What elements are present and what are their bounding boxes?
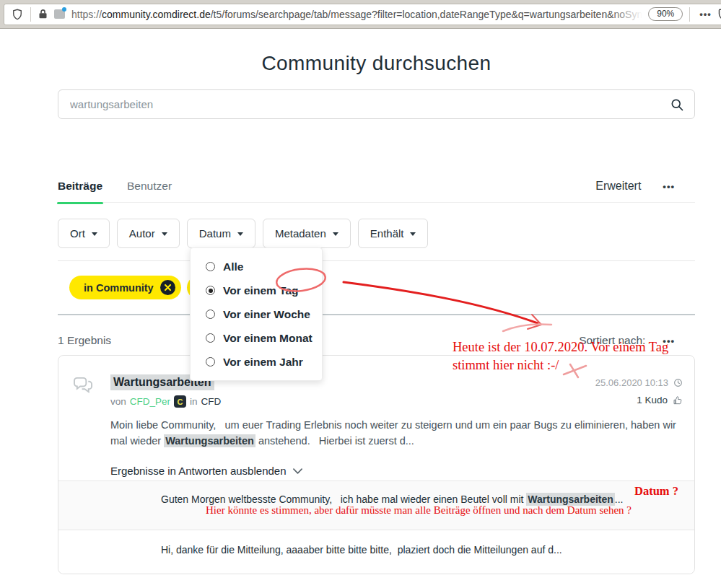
browser-toolbar: https://community.comdirect.de/t5/forums… [0, 0, 721, 29]
advanced-search-link[interactable]: Erweitert [595, 180, 641, 193]
radio-icon[interactable] [206, 310, 215, 319]
search-tabs: Beiträge Benutzer Erweitert ••• [58, 180, 695, 203]
reply-text: Hi, danke für die Mitteilung, aaaaber bi… [161, 544, 562, 556]
reply-row[interactable]: Hi, danke für die Mitteilung, aaaaber bi… [58, 530, 694, 574]
post-kudos[interactable]: 1 Kudo [595, 395, 683, 405]
page-permissions-icon[interactable] [54, 9, 65, 19]
filter-datum-button[interactable]: Datum [187, 219, 255, 248]
option-label: Vor einer Woche [223, 308, 310, 321]
notification-dot [62, 7, 66, 12]
reply-text: Guten Morgen weltbesste Community, ich h… [161, 493, 526, 505]
post-main[interactable]: Wartungsarbeiten von CFD_Per C in CFD Mo… [58, 356, 694, 481]
filter-ort-button[interactable]: Ort [58, 219, 110, 248]
kudos-count: 1 Kudo [637, 395, 668, 405]
search-term-highlight: Wartungsarbeiten [526, 493, 615, 506]
reply-row[interactable]: Guten Morgen weltbesste Community, ich h… [58, 481, 694, 530]
board-link[interactable]: CFD [201, 396, 222, 407]
tabs-more-icon[interactable]: ••• [663, 181, 675, 192]
filter-metadaten-label: Metadaten [275, 227, 326, 240]
pocket-icon[interactable] [717, 7, 721, 22]
sort-options-icon[interactable]: ••• [663, 335, 675, 346]
thumbs-up-icon[interactable] [673, 395, 683, 405]
filter-ort-label: Ort [70, 227, 85, 240]
search-input[interactable] [69, 97, 670, 111]
chip-label: in Community [84, 282, 154, 294]
search-term-highlight: Wartungsarbeiten [164, 434, 255, 447]
tab-beitraege[interactable]: Beiträge [58, 180, 102, 193]
chevron-down-icon [92, 232, 97, 236]
sort-by-label: Sortiert nach: [579, 334, 645, 347]
toolbar-separator [30, 7, 31, 22]
clock-icon [673, 378, 683, 387]
url-scheme: https:// [71, 9, 102, 20]
url-path: /t5/forums/searchpage/tab/message?filter… [211, 9, 643, 20]
toggle-replies-link[interactable]: Ergebnisse in Antworten ausblenden [110, 465, 683, 477]
community-search-box[interactable] [58, 89, 695, 119]
search-page: Community durchsuchen Beiträge Benutzer … [58, 52, 695, 574]
option-label: Vor einem Jahr [223, 356, 303, 369]
filter-enthaelt-label: Enthält [370, 227, 404, 240]
filter-autor-button[interactable]: Autor [117, 219, 180, 248]
divider [58, 314, 695, 315]
chip-close-icon[interactable] [160, 280, 175, 295]
search-icon[interactable] [670, 97, 684, 112]
excerpt-text: anstehend. Hierbei ist zuerst d... [255, 435, 414, 447]
active-filter-chips: in Community [58, 261, 695, 314]
tab-benutzer[interactable]: Benutzer [127, 180, 172, 193]
datum-dropdown-menu: Alle Vor einem Tag Vor einer Woche Vor e… [190, 247, 323, 381]
lock-icon[interactable] [38, 9, 48, 19]
url-host: community.comdirect.de [102, 9, 211, 20]
option-label: Vor einem Monat [223, 332, 313, 345]
url-bar[interactable]: https://community.comdirect.de/t5/forums… [4, 4, 721, 25]
radio-icon[interactable] [206, 357, 215, 367]
filter-chip-community[interactable]: in Community [69, 276, 181, 299]
chevron-down-icon [410, 232, 416, 236]
post-meta: 25.06.2020 10:13 1 Kudo [595, 377, 683, 405]
author-link[interactable]: CFD_Per [130, 396, 170, 407]
results-header: 1 Ergebnis Sortiert nach: ••• [58, 334, 695, 347]
byline-von: von [110, 396, 126, 407]
page-actions-icon[interactable]: ••• [699, 9, 712, 19]
datum-option-vor-einem-tag[interactable]: Vor einem Tag [191, 278, 322, 302]
forum-topic-icon [72, 376, 95, 398]
option-label: Alle [223, 260, 243, 273]
option-label: Vor einem Tag [223, 284, 299, 297]
search-result-card: Wartungsarbeiten von CFD_Per C in CFD Mo… [58, 355, 695, 574]
post-date-text: 25.06.2020 10:13 [595, 377, 668, 388]
datum-option-vor-einem-monat[interactable]: Vor einem Monat [191, 326, 322, 350]
chevron-down-icon [293, 468, 302, 474]
reply-text: ... [615, 493, 624, 505]
url-fade [610, 9, 642, 20]
toolbar-separator [689, 7, 690, 22]
filter-datum-label: Datum [199, 227, 231, 240]
radio-checked-icon[interactable] [206, 286, 215, 295]
author-rank-badge: C [174, 395, 186, 408]
tracking-protection-shield-icon[interactable] [11, 8, 24, 21]
zoom-level-badge[interactable]: 90% [648, 7, 683, 21]
chevron-down-icon [237, 232, 243, 236]
byline-in: in [190, 396, 198, 407]
page-title: Community durchsuchen [58, 52, 695, 75]
filter-autor-label: Autor [129, 227, 155, 240]
radio-icon[interactable] [206, 262, 215, 271]
datum-option-alle[interactable]: Alle [191, 255, 322, 278]
toggle-replies-label: Ergebnisse in Antworten ausblenden [110, 465, 287, 477]
url-text[interactable]: https://community.comdirect.de/t5/forums… [71, 9, 642, 20]
filter-enthaelt-button[interactable]: Enthält [358, 219, 429, 248]
datum-option-vor-einer-woche[interactable]: Vor einer Woche [191, 302, 322, 326]
filter-metadaten-button[interactable]: Metadaten [263, 219, 351, 248]
chevron-down-icon [162, 232, 167, 236]
filter-bar: Ort Autor Datum Metadaten Enthält [58, 219, 695, 248]
results-count: 1 Ergebnis [58, 334, 111, 347]
radio-icon[interactable] [206, 333, 215, 343]
post-date: 25.06.2020 10:13 [595, 377, 683, 388]
post-excerpt[interactable]: Moin liebe Community, um euer Trading Er… [110, 417, 683, 449]
chevron-down-icon [333, 232, 338, 236]
datum-option-vor-einem-jahr[interactable]: Vor einem Jahr [191, 350, 322, 374]
